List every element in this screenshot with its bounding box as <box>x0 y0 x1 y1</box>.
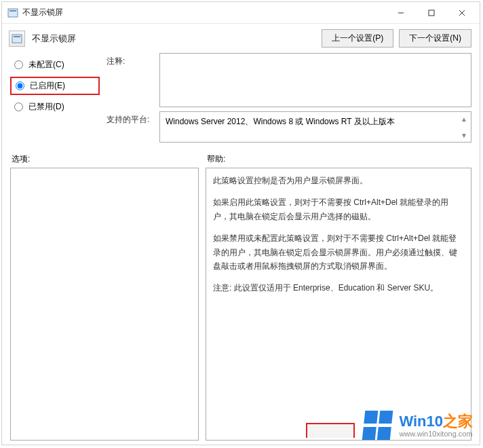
close-button[interactable] <box>446 3 477 22</box>
window-title: 不显示锁屏 <box>22 7 385 18</box>
state-radio-group: 未配置(C) 已启用(E) 已禁用(D) <box>10 53 100 147</box>
options-label: 选项: <box>12 153 200 165</box>
radio-not-configured-label: 未配置(C) <box>28 59 64 71</box>
help-panel: 此策略设置控制是否为用户显示锁屏界面。 如果启用此策略设置，则对于不需要按 Ct… <box>206 168 471 441</box>
svg-rect-3 <box>429 10 434 16</box>
radio-not-configured[interactable]: 未配置(C) <box>10 57 100 73</box>
supported-platforms-text: Windows Server 2012、Windows 8 或 Windows … <box>166 117 395 126</box>
policy-icon <box>7 7 18 18</box>
help-paragraph: 如果禁用或未配置此策略设置，则对于不需要按 Ctrl+Alt+Del 就能登录的… <box>213 231 464 273</box>
platform-label: 支持的平台: <box>107 111 153 126</box>
help-paragraph: 注意: 此设置仅适用于 Enterprise、Education 和 Serve… <box>213 281 464 295</box>
scroll-down-icon[interactable]: ▼ <box>459 130 469 141</box>
next-setting-button[interactable]: 下一个设置(N) <box>399 29 471 48</box>
ok-button-highlight <box>306 423 355 438</box>
help-paragraph: 此策略设置控制是否为用户显示锁屏界面。 <box>213 174 464 187</box>
options-panel <box>10 168 199 441</box>
radio-enabled[interactable]: 已启用(E) <box>10 77 100 95</box>
policy-title: 不显示锁屏 <box>32 33 315 45</box>
supported-platforms-box: Windows Server 2012、Windows 8 或 Windows … <box>159 111 471 143</box>
subheader: 不显示锁屏 上一个设置(P) 下一个设置(N) <box>2 24 480 52</box>
svg-rect-7 <box>14 36 20 37</box>
scroll-up-icon[interactable]: ▲ <box>459 113 469 124</box>
policy-large-icon <box>9 31 25 47</box>
help-paragraph: 如果启用此策略设置，则对于不需要按 Ctrl+Alt+Del 就能登录的用户，其… <box>213 195 464 223</box>
comment-textarea[interactable] <box>159 53 471 107</box>
radio-disabled-label: 已禁用(D) <box>28 101 64 113</box>
titlebar: 不显示锁屏 <box>2 2 480 24</box>
radio-enabled-label: 已启用(E) <box>30 80 65 92</box>
svg-rect-0 <box>8 9 18 17</box>
radio-enabled-input[interactable] <box>16 81 24 90</box>
comment-label: 注释: <box>107 53 153 67</box>
svg-rect-1 <box>9 10 16 12</box>
maximize-button[interactable] <box>416 3 446 22</box>
svg-rect-6 <box>12 35 22 43</box>
help-label: 帮助: <box>207 153 225 165</box>
radio-disabled[interactable]: 已禁用(D) <box>10 99 100 115</box>
radio-disabled-input[interactable] <box>14 102 23 111</box>
previous-setting-button[interactable]: 上一个设置(P) <box>322 29 393 48</box>
radio-not-configured-input[interactable] <box>14 60 23 69</box>
minimize-button[interactable] <box>385 3 416 22</box>
